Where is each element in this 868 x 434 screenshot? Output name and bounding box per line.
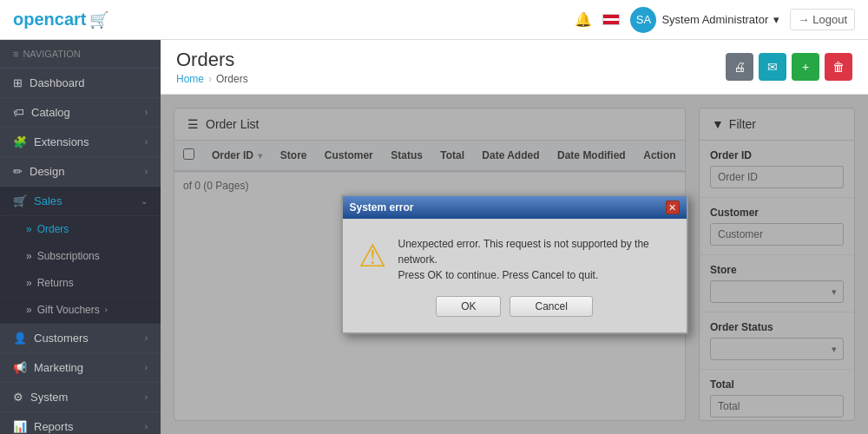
logout-icon: → bbox=[798, 13, 809, 26]
sidebar-item-customers[interactable]: 👤 Customers › bbox=[0, 324, 161, 353]
sidebar-item-label: Customers bbox=[34, 332, 89, 345]
chevron-right-icon: › bbox=[145, 333, 148, 343]
nav-header: ≡ NAVIGATION bbox=[0, 40, 161, 69]
main-content: ☰ Order List Order ID ▾ Store Cu bbox=[161, 95, 868, 434]
system-icon: ⚙ bbox=[13, 391, 23, 404]
page-actions: 🖨 ✉ + 🗑 bbox=[726, 53, 852, 81]
dialog-message-line1: Unexpected error. This request is not su… bbox=[398, 238, 649, 266]
dashboard-icon: ⊞ bbox=[13, 76, 23, 89]
dialog-ok-button[interactable]: OK bbox=[436, 296, 501, 317]
extensions-icon: 🧩 bbox=[13, 135, 27, 148]
breadcrumb-current: Orders bbox=[216, 73, 248, 85]
admin-chevron-icon: ▾ bbox=[773, 13, 779, 26]
print-icon: 🖨 bbox=[733, 60, 746, 74]
sub-item-label: Orders bbox=[37, 223, 69, 235]
add-icon: + bbox=[802, 60, 809, 74]
sidebar-item-system[interactable]: ⚙ System › bbox=[0, 383, 161, 412]
dialog-titlebar: System error ✕ bbox=[343, 196, 687, 219]
sidebar-item-subscriptions[interactable]: » Subscriptions bbox=[0, 243, 161, 270]
chevron-right-icon: › bbox=[145, 363, 148, 372]
admin-name: System Administrator bbox=[661, 13, 768, 26]
customers-icon: 👤 bbox=[13, 332, 27, 345]
chevron-right-icon: › bbox=[145, 167, 148, 176]
dialog-close-button[interactable]: ✕ bbox=[666, 201, 680, 214]
sidebar-item-gift-vouchers[interactable]: » Gift Vouchers › bbox=[0, 297, 161, 324]
add-button[interactable]: + bbox=[792, 53, 819, 81]
sub-item-label: Gift Vouchers bbox=[37, 304, 100, 316]
breadcrumb-separator: › bbox=[208, 73, 212, 85]
bell-icon[interactable]: 🔔 bbox=[575, 11, 592, 28]
nav-hamburger-icon: ≡ bbox=[13, 49, 18, 59]
warning-icon: ⚠ bbox=[358, 238, 386, 274]
sidebar-item-catalog[interactable]: 🏷 Catalog › bbox=[0, 98, 161, 128]
main-layout: ≡ NAVIGATION ⊞ Dashboard 🏷 Catalog › 🧩 E… bbox=[0, 40, 868, 434]
sidebar-item-orders[interactable]: » Orders bbox=[0, 216, 161, 243]
avatar: SA bbox=[630, 7, 656, 33]
navbar: opencart 🛒 🔔 SA System Administrator ▾ →… bbox=[0, 0, 868, 40]
page-title: Orders bbox=[176, 49, 248, 71]
mail-icon: ✉ bbox=[767, 60, 778, 74]
sidebar-item-marketing[interactable]: 📢 Marketing › bbox=[0, 353, 161, 383]
sales-icon: 🛒 bbox=[13, 194, 27, 207]
sidebar-item-reports[interactable]: 📊 Reports › bbox=[0, 412, 161, 434]
sub-arrow-icon: » bbox=[26, 304, 32, 316]
sidebar-item-label: Catalog bbox=[31, 106, 70, 119]
chevron-right-icon: › bbox=[145, 422, 148, 431]
logo-text: opencart bbox=[13, 10, 86, 30]
reports-icon: 📊 bbox=[13, 420, 27, 433]
sidebar-item-label: Marketing bbox=[34, 361, 83, 374]
design-icon: ✏ bbox=[13, 165, 23, 178]
page-header: Orders Home › Orders 🖨 ✉ + 🗑 bbox=[161, 40, 868, 95]
sidebar-item-sales[interactable]: 🛒 Sales ⌄ bbox=[0, 187, 161, 216]
sidebar-item-returns[interactable]: » Returns bbox=[0, 270, 161, 297]
mail-button[interactable]: ✉ bbox=[759, 53, 786, 81]
sidebar-item-label: Sales bbox=[34, 194, 62, 207]
sidebar-item-design[interactable]: ✏ Design › bbox=[0, 157, 161, 187]
chevron-right-icon: › bbox=[105, 306, 108, 314]
chevron-down-icon: ⌄ bbox=[141, 196, 148, 206]
chevron-right-icon: › bbox=[145, 108, 148, 117]
sidebar-item-label: Dashboard bbox=[30, 76, 85, 89]
dialog-buttons: OK Cancel bbox=[343, 296, 687, 332]
chevron-right-icon: › bbox=[145, 392, 148, 402]
sidebar-item-label: System bbox=[30, 391, 68, 404]
trash-icon: 🗑 bbox=[832, 60, 845, 74]
print-button[interactable]: 🖨 bbox=[726, 53, 753, 81]
sub-arrow-icon: » bbox=[26, 277, 32, 289]
sidebar: ≡ NAVIGATION ⊞ Dashboard 🏷 Catalog › 🧩 E… bbox=[0, 40, 161, 434]
sub-arrow-icon: » bbox=[26, 250, 32, 262]
marketing-icon: 📢 bbox=[13, 361, 27, 374]
sidebar-item-label: Design bbox=[30, 165, 64, 178]
sidebar-item-extensions[interactable]: 🧩 Extensions › bbox=[0, 128, 161, 157]
content-area: Orders Home › Orders 🖨 ✉ + 🗑 bbox=[161, 40, 868, 434]
dialog-body: ⚠ Unexpected error. This request is not … bbox=[343, 219, 687, 296]
sales-submenu: » Orders » Subscriptions » Returns » Gif… bbox=[0, 216, 161, 324]
breadcrumb: Home › Orders bbox=[176, 73, 248, 85]
logout-label: Logout bbox=[812, 13, 847, 26]
page-title-area: Orders Home › Orders bbox=[176, 49, 248, 85]
close-icon: ✕ bbox=[668, 202, 676, 214]
sidebar-item-dashboard[interactable]: ⊞ Dashboard bbox=[0, 69, 161, 98]
chevron-right-icon: › bbox=[145, 137, 148, 147]
dialog-message-line2: Press OK to continue. Press Cancel to qu… bbox=[398, 269, 599, 281]
sub-item-label: Returns bbox=[37, 277, 74, 289]
dialog-message: Unexpected error. This request is not su… bbox=[398, 236, 671, 283]
sub-item-label: Subscriptions bbox=[37, 250, 100, 262]
sub-arrow-icon: » bbox=[26, 223, 32, 235]
sidebar-item-label: Reports bbox=[34, 420, 74, 433]
delete-button[interactable]: 🗑 bbox=[825, 53, 852, 81]
dialog-overlay: System error ✕ ⚠ Unexpected error. This … bbox=[161, 95, 868, 434]
nav-header-label: NAVIGATION bbox=[23, 49, 80, 59]
breadcrumb-home[interactable]: Home bbox=[176, 73, 204, 85]
brand-logo[interactable]: opencart 🛒 bbox=[13, 10, 108, 30]
dialog-title: System error bbox=[350, 201, 414, 214]
navbar-right: 🔔 SA System Administrator ▾ → Logout bbox=[575, 7, 855, 33]
language-flag-icon[interactable] bbox=[602, 14, 620, 25]
admin-info[interactable]: SA System Administrator ▾ bbox=[630, 7, 779, 33]
catalog-icon: 🏷 bbox=[13, 106, 24, 119]
dialog-cancel-button[interactable]: Cancel bbox=[510, 296, 592, 317]
logout-button[interactable]: → Logout bbox=[790, 9, 855, 30]
logo-cart-icon: 🛒 bbox=[89, 10, 108, 30]
system-error-dialog: System error ✕ ⚠ Unexpected error. This … bbox=[341, 194, 688, 334]
sidebar-item-label: Extensions bbox=[34, 135, 89, 148]
